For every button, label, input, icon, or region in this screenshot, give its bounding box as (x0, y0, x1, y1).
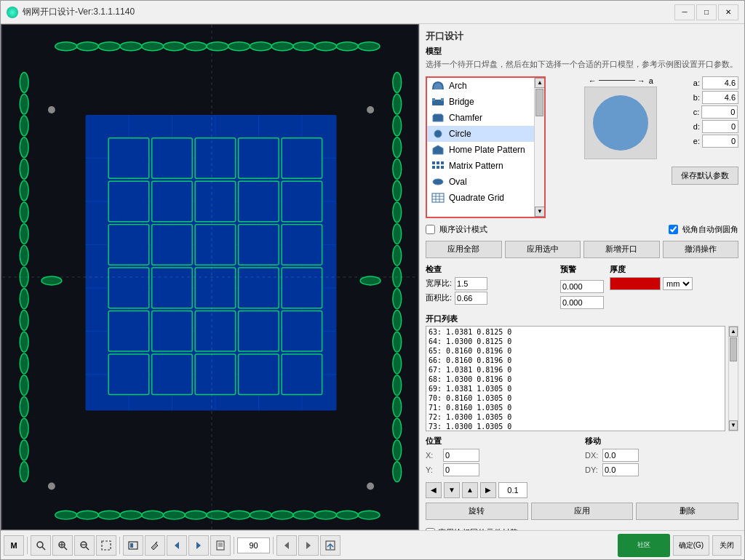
svg-point-161 (433, 179, 443, 185)
opening-list-item[interactable]: 70: 0.8160 1.0305 0 (427, 393, 724, 403)
svg-point-10 (250, 42, 272, 51)
zoom-input[interactable] (237, 537, 270, 553)
apply-button[interactable]: 应用 (531, 503, 634, 520)
opening-list-item[interactable]: 69: 1.0381 1.0305 0 (427, 384, 724, 393)
opening-scrollbar[interactable]: ▲ ▼ (728, 326, 738, 431)
thickness-color-swatch (610, 277, 661, 290)
shape-list[interactable]: Arch Bridge Chamfer (426, 76, 546, 218)
move-down-button[interactable]: ▼ (444, 482, 460, 498)
shape-item-arch[interactable]: Arch (427, 78, 534, 94)
param-a-input[interactable] (702, 76, 738, 89)
opening-scroll-thumb[interactable] (730, 337, 737, 362)
svg-point-35 (20, 159, 28, 179)
y-input[interactable] (443, 463, 479, 476)
scroll-up-btn[interactable]: ▲ (535, 78, 545, 88)
rotate-button[interactable]: 旋转 (426, 503, 528, 520)
nav-btn2[interactable] (298, 535, 319, 556)
width-ratio-input[interactable] (455, 277, 487, 290)
svg-rect-124 (282, 181, 322, 222)
opening-list-item[interactable]: 67: 1.0381 0.8196 0 (427, 365, 724, 375)
sequential-checkbox[interactable] (426, 225, 435, 234)
area-ratio-input[interactable] (455, 292, 487, 305)
opening-list-item[interactable]: 72: 1.0300 1.0305 0 (427, 412, 724, 422)
svg-line-171 (64, 547, 67, 550)
shape-item-bridge[interactable]: Bridge (427, 94, 534, 110)
undo-button[interactable]: 撤消操作 (663, 241, 739, 258)
move-right-button[interactable]: ▶ (480, 482, 496, 498)
svg-point-66 (393, 418, 402, 439)
shape-item-oval[interactable]: Oval (427, 174, 534, 190)
arrow-btn1[interactable] (167, 535, 187, 556)
param-b-input[interactable] (702, 91, 738, 104)
nav-btn1[interactable] (276, 535, 297, 556)
svg-point-34 (20, 137, 28, 158)
shape-item-circle[interactable]: Circle (427, 126, 534, 142)
svg-point-53 (393, 137, 402, 158)
opening-scroll-down[interactable]: ▼ (729, 420, 738, 431)
svg-rect-177 (102, 541, 111, 550)
arrow-btn2[interactable] (188, 535, 209, 556)
shape-item-quadrate[interactable]: Quadrate Grid (427, 190, 534, 206)
arrow-right-icon (194, 540, 204, 551)
close-button[interactable]: ✕ (718, 4, 738, 20)
opening-list-item[interactable]: 71: 0.8160 1.0305 0 (427, 403, 724, 412)
zoom-out-button[interactable] (74, 535, 95, 556)
view-btn[interactable] (123, 535, 143, 556)
x-input[interactable] (443, 449, 479, 462)
area-ratio-label: 面积比: (426, 292, 452, 303)
shape-item-home-plate[interactable]: Home Plate Pattern (427, 142, 534, 158)
opening-list-item[interactable]: 66: 0.8160 0.8196 0 (427, 356, 724, 365)
new-opening-button[interactable]: 新增开口 (583, 241, 660, 258)
shape-list-container: Arch Bridge Chamfer (426, 76, 738, 218)
scroll-down-btn[interactable]: ▼ (535, 207, 545, 217)
warn-input1[interactable] (560, 280, 604, 293)
book-btn[interactable] (210, 535, 231, 556)
zoom-fit-button[interactable] (31, 535, 51, 556)
zoom-fit-icon (36, 540, 46, 551)
maximize-button[interactable]: □ (696, 4, 717, 20)
scroll-thumb[interactable] (535, 89, 543, 117)
svg-point-8 (207, 42, 228, 51)
mm-select[interactable]: mm mil (663, 277, 693, 290)
m-button[interactable]: M (4, 535, 24, 556)
dy-input[interactable] (602, 463, 639, 476)
minimize-button[interactable]: ─ (674, 4, 695, 20)
close-toolbar-button[interactable]: 关闭 (712, 535, 741, 556)
param-e-input[interactable] (702, 135, 738, 148)
shape-list-inner[interactable]: Arch Bridge Chamfer (427, 78, 544, 217)
shape-scrollbar[interactable]: ▲ ▼ (534, 78, 544, 217)
step-input[interactable] (498, 482, 527, 498)
section-title: 开口设计 (426, 30, 738, 43)
move-left-button[interactable]: ◀ (426, 482, 442, 498)
shape-item-matrix[interactable]: Matrix Pattern (427, 158, 534, 174)
param-c-input[interactable] (701, 105, 738, 119)
opening-list-item[interactable]: 65: 0.8160 0.8196 0 (427, 346, 724, 356)
edit-btn[interactable] (145, 535, 165, 556)
dx-input[interactable] (602, 449, 639, 462)
delete-button[interactable]: 删除 (636, 503, 738, 520)
arrow-left: ← (589, 76, 597, 85)
zoom-area-button[interactable] (96, 535, 116, 556)
opening-list-item[interactable]: 64: 1.0300 0.8125 0 (427, 337, 724, 346)
opening-list-item[interactable]: 63: 1.0381 0.8125 0 (427, 327, 724, 337)
param-b-label: b: (693, 93, 700, 102)
canvas-area[interactable] (1, 24, 419, 530)
warn-input2[interactable] (560, 296, 604, 309)
opening-list-item[interactable]: 73: 1.0300 1.0305 0 (427, 422, 724, 431)
opening-list[interactable]: 63: 1.0381 0.8125 064: 1.0300 0.8125 065… (426, 326, 725, 431)
shape-item-chamfer[interactable]: Chamfer (427, 110, 534, 126)
export-btn[interactable] (320, 535, 340, 556)
ok-button[interactable]: 确定(G) (673, 535, 709, 556)
opening-scroll-up[interactable]: ▲ (729, 327, 738, 337)
save-default-button[interactable]: 保存默认参数 (672, 167, 738, 185)
move-section: 移动 DX: DY: (585, 436, 738, 478)
sharp-corner-checkbox[interactable] (669, 225, 678, 234)
svg-point-58 (393, 245, 402, 265)
svg-point-51 (393, 94, 402, 114)
opening-list-item[interactable]: 68: 1.0300 0.8196 0 (427, 375, 724, 384)
apply-all-button[interactable]: 应用全部 (426, 241, 502, 258)
param-d-input[interactable] (702, 120, 738, 133)
zoom-in-button[interactable] (52, 535, 73, 556)
move-up-button[interactable]: ▲ (462, 482, 478, 498)
apply-selected-button[interactable]: 应用选中 (505, 241, 581, 258)
